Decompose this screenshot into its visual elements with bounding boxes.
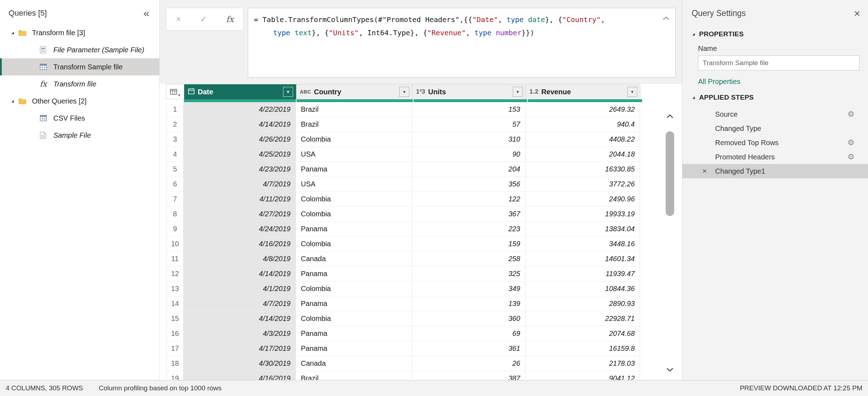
table-cell[interactable]: 2044.18	[526, 147, 640, 162]
table-cell[interactable]: 387	[412, 371, 526, 380]
applied-step-removed-top-rows[interactable]: Removed Top Rows ⚙	[682, 136, 868, 150]
query-item-transform-sample-file[interactable]: Transform Sample file	[0, 58, 159, 75]
table-cell[interactable]: 9041.12	[526, 371, 640, 380]
row-number[interactable]: 16	[166, 326, 184, 341]
row-number[interactable]: 8	[166, 207, 184, 222]
table-cell[interactable]: 4/30/2019	[184, 356, 296, 371]
delete-step-icon[interactable]: ×	[702, 167, 707, 175]
table-cell[interactable]: 258	[412, 252, 526, 266]
filter-button[interactable]: ▼	[513, 87, 523, 97]
table-cell[interactable]: 204	[412, 162, 526, 177]
table-cell[interactable]: 325	[412, 266, 526, 281]
table-cell[interactable]: 26	[412, 356, 526, 371]
table-cell[interactable]: 22928.71	[526, 311, 640, 326]
gear-icon[interactable]: ⚙	[847, 152, 854, 162]
gear-icon[interactable]: ⚙	[847, 110, 854, 119]
query-item-file-parameter[interactable]: File Parameter (Sample File)	[0, 41, 159, 58]
row-number[interactable]: 4	[166, 147, 184, 162]
table-cell[interactable]: 16330.85	[526, 162, 640, 177]
table-cell[interactable]: 153	[412, 102, 526, 117]
table-cell[interactable]: 13834.04	[526, 222, 640, 237]
table-cell[interactable]: 14601.34	[526, 252, 640, 266]
table-cell[interactable]: 361	[412, 341, 526, 356]
table-select-all-button[interactable]: ▾	[166, 84, 184, 99]
formula-collapse-icon[interactable]	[662, 12, 670, 25]
row-number[interactable]: 14	[166, 296, 184, 311]
close-icon[interactable]: ×	[854, 10, 860, 17]
all-properties-link[interactable]: All Properties	[682, 70, 868, 89]
table-cell[interactable]: 349	[412, 281, 526, 296]
table-cell[interactable]: 4/25/2019	[184, 147, 296, 162]
table-cell[interactable]: 4/27/2019	[184, 207, 296, 222]
table-cell[interactable]: Colombia	[296, 192, 412, 207]
table-cell[interactable]: 3772.26	[526, 177, 640, 192]
table-cell[interactable]: USA	[296, 147, 412, 162]
filter-button[interactable]: ▼	[399, 87, 409, 97]
table-cell[interactable]: USA	[296, 177, 412, 192]
table-cell[interactable]: 4/23/2019	[184, 162, 296, 177]
table-cell[interactable]: 19933.19	[526, 207, 640, 222]
table-cell[interactable]: 4/14/2019	[184, 266, 296, 281]
row-number[interactable]: 17	[166, 341, 184, 356]
table-cell[interactable]: 4/7/2019	[184, 296, 296, 311]
row-number[interactable]: 15	[166, 311, 184, 326]
gear-icon[interactable]: ⚙	[847, 138, 854, 147]
table-cell[interactable]: Panama	[296, 266, 412, 281]
table-cell[interactable]: 367	[412, 207, 526, 222]
table-cell[interactable]: 139	[412, 296, 526, 311]
table-cell[interactable]: 4/16/2019	[184, 237, 296, 252]
status-profiling-link[interactable]: Column profiling based on top 1000 rows	[99, 384, 222, 392]
table-cell[interactable]: 10844.36	[526, 281, 640, 296]
table-cell[interactable]: 360	[412, 311, 526, 326]
table-cell[interactable]: 57	[412, 117, 526, 132]
query-name-input[interactable]	[698, 56, 859, 70]
table-cell[interactable]: Brazil	[296, 371, 412, 380]
applied-steps-section-header[interactable]: APPLIED STEPS	[682, 89, 868, 105]
table-cell[interactable]: 11939.47	[526, 266, 640, 281]
query-item-transform-file[interactable]: fx Transform file	[0, 75, 159, 93]
table-cell[interactable]: Canada	[296, 252, 412, 266]
query-item-sample-file[interactable]: Sample File	[0, 127, 159, 144]
table-cell[interactable]: 4/22/2019	[184, 102, 296, 117]
row-number[interactable]: 11	[166, 252, 184, 266]
applied-step-source[interactable]: Source ⚙	[682, 107, 868, 121]
table-cell[interactable]: 2890.93	[526, 296, 640, 311]
query-group-other-queries[interactable]: Other Queries [2]	[0, 93, 159, 110]
table-cell[interactable]: 4/1/2019	[184, 281, 296, 296]
row-number[interactable]: 10	[166, 237, 184, 252]
table-cell[interactable]: 2074.68	[526, 326, 640, 341]
vertical-scrollbar[interactable]	[663, 112, 677, 374]
formula-input[interactable]: = Table.TransformColumnTypes(#"Promoted …	[248, 8, 676, 78]
row-number[interactable]: 1	[166, 102, 184, 117]
table-cell[interactable]: 2649.32	[526, 102, 640, 117]
row-number[interactable]: 2	[166, 117, 184, 132]
column-header-date[interactable]: Date ▼	[184, 84, 296, 99]
row-number[interactable]: 9	[166, 222, 184, 237]
filter-button[interactable]: ▼	[283, 87, 293, 97]
table-cell[interactable]: 356	[412, 177, 526, 192]
table-cell[interactable]: 940.4	[526, 117, 640, 132]
table-cell[interactable]: Panama	[296, 296, 412, 311]
table-cell[interactable]: Panama	[296, 162, 412, 177]
tree-expand-icon[interactable]	[11, 99, 18, 103]
column-header-revenue[interactable]: 1.2 Revenue ▼	[526, 84, 640, 99]
table-cell[interactable]: 4/26/2019	[184, 132, 296, 147]
table-cell[interactable]: 4/16/2019	[184, 371, 296, 380]
filter-button[interactable]: ▼	[627, 87, 637, 97]
tree-expand-icon[interactable]	[11, 31, 18, 35]
row-number[interactable]: 13	[166, 281, 184, 296]
collapse-pane-icon[interactable]: «	[140, 10, 152, 17]
table-cell[interactable]: Brazil	[296, 102, 412, 117]
query-group-transform-file[interactable]: Transform file [3]	[0, 24, 159, 41]
scroll-down-icon[interactable]	[663, 365, 677, 374]
applied-step-changed-type1[interactable]: × Changed Type1	[682, 164, 868, 178]
table-cell[interactable]: Brazil	[296, 117, 412, 132]
table-cell[interactable]: 122	[412, 192, 526, 207]
table-cell[interactable]: 310	[412, 132, 526, 147]
table-cell[interactable]: 4/3/2019	[184, 326, 296, 341]
table-cell[interactable]: 2178.03	[526, 356, 640, 371]
table-cell[interactable]: Panama	[296, 326, 412, 341]
row-number[interactable]: 5	[166, 162, 184, 177]
table-cell[interactable]: 90	[412, 147, 526, 162]
table-cell[interactable]: Colombia	[296, 132, 412, 147]
